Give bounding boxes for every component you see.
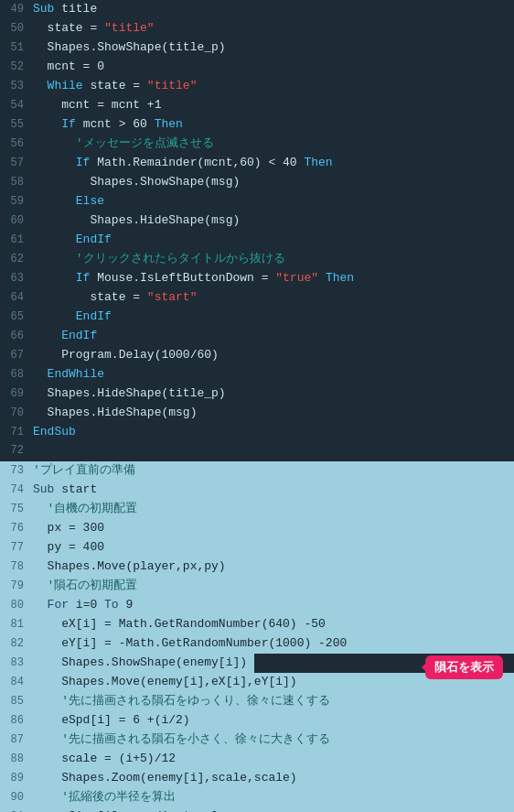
line-content: '先に描画される隕石を小さく、徐々に大きくする: [33, 731, 514, 749]
line-content: px = 300: [33, 519, 514, 537]
line-content: Shapes.ShowShape(msg): [33, 173, 514, 191]
token-default: Shapes.HideShape(title_p): [48, 386, 226, 400]
code-line: 76 px = 300: [0, 519, 514, 538]
token-string: "title": [147, 79, 198, 92]
line-content: EndWhile: [33, 365, 514, 384]
line-content: Shapes.ShowShape(title_p): [33, 38, 514, 57]
line-content: Shapes.Move(enemy[i],eX[i],eY[i]): [33, 673, 514, 691]
line-number: 54: [0, 97, 33, 114]
line-number: 61: [0, 232, 33, 249]
line-number: 60: [0, 212, 33, 230]
line-content: While state = "title": [33, 77, 514, 95]
token-default: mcnt > 60: [83, 117, 155, 131]
line-content: 'クリックされたらタイトルから抜ける: [33, 250, 514, 268]
line-content: mcnt = 0: [33, 58, 514, 76]
code-editor: 49Sub title50 state = "title"51 Shapes.S…: [0, 0, 514, 812]
line-number: 63: [0, 270, 33, 287]
line-content: state = "start": [33, 288, 514, 307]
line-content: mcnt = mcnt +1: [33, 96, 514, 114]
line-number: 74: [0, 482, 33, 499]
token-default: state =: [48, 21, 104, 35]
code-line: 85 '先に描画される隕石をゆっくり、徐々に速くする: [0, 692, 514, 711]
code-line: 84 Shapes.Move(enemy[i],eX[i],eY[i]): [0, 673, 514, 692]
line-content: eY[i] = -Math.GetRandomNumber(1000) -200: [33, 634, 514, 653]
line-number: 71: [0, 424, 33, 441]
line-number: 72: [0, 442, 33, 460]
token-keyword: If: [61, 117, 82, 131]
line-content: py = 400: [33, 538, 514, 557]
line-number: 76: [0, 520, 33, 537]
line-content: scale = (i+5)/12: [33, 750, 514, 768]
code-line: 74Sub start: [0, 481, 514, 500]
token-default: eY[i] = -Math.GetRandomNumber(1000) -200: [61, 636, 347, 650]
line-content: 'プレイ直前の準備: [33, 461, 514, 480]
line-number: 66: [0, 328, 33, 345]
line-content: Shapes.ShowShape(enemy[i]): [33, 654, 254, 672]
code-line: 69 Shapes.HideShape(title_p): [0, 384, 514, 404]
token-keyword: Else: [76, 194, 104, 208]
line-number: 69: [0, 385, 33, 403]
token-default: py = 400: [48, 540, 104, 554]
line-content: 'メッセージを点滅させる: [33, 135, 514, 153]
line-number: 91: [0, 808, 33, 812]
code-line: 49Sub title: [0, 0, 514, 19]
token-default: Shapes.Move(enemy[i],eX[i],eY[i]): [61, 675, 296, 688]
line-number: 70: [0, 405, 33, 422]
token-default: mcnt = mcnt +1: [61, 98, 161, 112]
token-default: Mouse.IsLeftButtonDown =: [97, 271, 275, 285]
token-default: mcnt = 0: [48, 60, 104, 73]
code-line: 68 EndWhile: [0, 365, 514, 384]
line-number: 68: [0, 366, 33, 384]
token-keyword: EndIf: [76, 309, 112, 323]
token-default: start: [61, 482, 97, 496]
code-line: 59 Else: [0, 192, 514, 211]
code-line: 53 While state = "title": [0, 77, 514, 96]
token-comment: 'クリックされたらタイトルから抜ける: [76, 252, 285, 265]
code-line: 63 If Mouse.IsLeftButtonDown = "true" Th…: [0, 269, 514, 288]
line-content: '自機の初期配置: [33, 500, 514, 518]
token-default: Shapes.HideShape(msg): [48, 406, 198, 419]
line-number: 53: [0, 78, 33, 95]
code-line: 64 state = "start": [0, 288, 514, 308]
token-default: Shapes.Move(player,px,py): [48, 559, 226, 573]
code-line: 91 eSize[i] = radius*scale: [0, 807, 514, 812]
line-number: 87: [0, 731, 33, 749]
code-line: 83 Shapes.ShowShape(enemy[i]): [0, 654, 254, 673]
line-number: 50: [0, 20, 33, 38]
code-line: 71EndSub: [0, 423, 514, 442]
token-keyword: For: [48, 598, 76, 612]
line-content: EndSub: [33, 423, 514, 441]
line-number: 84: [0, 674, 33, 691]
code-line: 70 Shapes.HideShape(msg): [0, 404, 514, 423]
line-number: 49: [0, 1, 33, 18]
token-keyword: Sub: [33, 482, 61, 496]
line-content: For i=0 To 9: [33, 596, 514, 614]
code-line: 58 Shapes.ShowShape(msg): [0, 173, 514, 192]
token-default: Shapes.Zoom(enemy[i],scale,scale): [61, 771, 296, 785]
code-line: 77 py = 400: [0, 538, 514, 558]
line-number: 81: [0, 616, 33, 633]
line-number: 85: [0, 693, 33, 710]
code-line: 79 '隕石の初期配置: [0, 577, 514, 596]
code-line: 66 EndIf: [0, 327, 514, 346]
token-keyword: Then: [304, 156, 332, 169]
token-default: Shapes.ShowShape(enemy[i]): [61, 655, 247, 669]
line-content: eSpd[i] = 6 +(i/2): [33, 711, 514, 730]
line-number: 90: [0, 789, 33, 807]
token-keyword: If: [76, 271, 97, 285]
token-keyword: EndIf: [61, 329, 97, 342]
line-number: 78: [0, 558, 33, 576]
token-comment: '拡縮後の半径を算出: [61, 790, 176, 804]
line-content: If mcnt > 60 Then: [33, 115, 514, 134]
token-default: state =: [90, 79, 146, 92]
token-default: title: [61, 2, 97, 16]
line-number: 80: [0, 597, 33, 614]
code-line: 80 For i=0 To 9: [0, 596, 514, 615]
code-line: 56 'メッセージを点滅させる: [0, 135, 514, 154]
token-default: Program.Delay(1000/60): [61, 348, 219, 362]
token-default: state =: [90, 290, 146, 304]
token-default: i=0: [76, 598, 104, 612]
line-number: 86: [0, 712, 33, 730]
line-content: '隕石の初期配置: [33, 577, 514, 595]
code-line: 75 '自機の初期配置: [0, 500, 514, 519]
